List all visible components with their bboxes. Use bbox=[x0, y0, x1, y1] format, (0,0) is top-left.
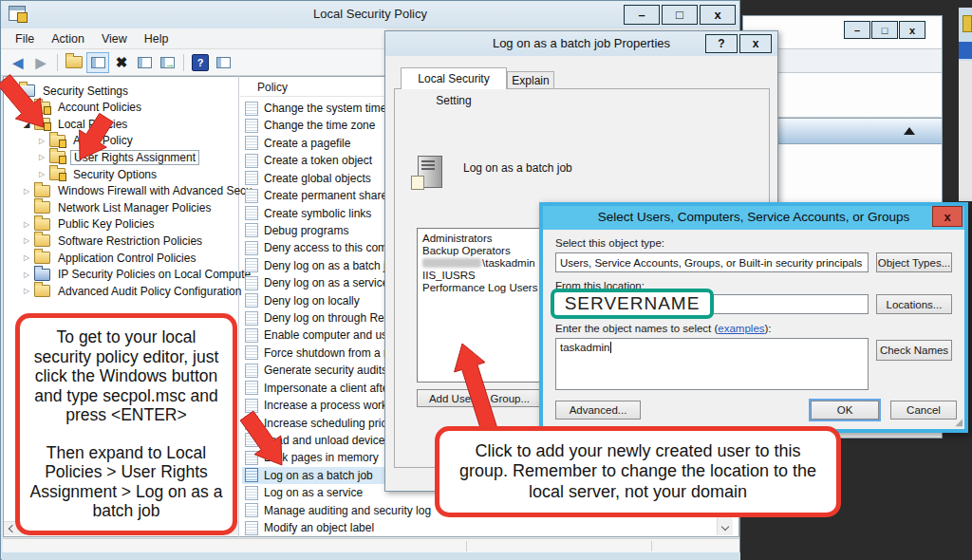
locations-button[interactable]: Locations... bbox=[876, 294, 952, 314]
folder-icon bbox=[34, 252, 50, 264]
properties-icon[interactable] bbox=[134, 53, 155, 72]
tree-item-application-control-policies[interactable]: ▷Application Control Policies bbox=[22, 250, 198, 266]
policy-document-icon bbox=[245, 364, 258, 378]
properties-title-bar[interactable]: Log on as a batch job Properties ? x bbox=[385, 31, 777, 56]
close-button[interactable]: x bbox=[700, 5, 736, 25]
expand-triangle-icon[interactable]: ▷ bbox=[22, 287, 31, 295]
menu-file[interactable]: File bbox=[7, 30, 43, 47]
ok-button[interactable]: OK bbox=[811, 401, 879, 420]
advanced-button[interactable]: Advanced... bbox=[555, 401, 641, 420]
back-icon[interactable]: ◀ bbox=[8, 53, 28, 72]
toolbar-separator bbox=[183, 54, 184, 71]
scroll-down-button[interactable] bbox=[718, 520, 733, 535]
menu-help[interactable]: Help bbox=[136, 30, 178, 47]
callout-paragraph: Click to add your newly created user to … bbox=[453, 441, 823, 503]
tree-item-network-list-manager-policies[interactable]: Network List Manager Policies bbox=[22, 199, 214, 215]
expand-triangle-icon[interactable]: ▷ bbox=[37, 170, 47, 178]
help-button[interactable]: ? bbox=[705, 34, 738, 53]
expand-triangle-icon[interactable]: ▷ bbox=[22, 236, 31, 245]
collapse-triangle-icon[interactable]: ◢ bbox=[22, 120, 31, 129]
export-list-icon[interactable]: → bbox=[157, 53, 178, 72]
pane-divider[interactable] bbox=[238, 76, 239, 537]
examples-link[interactable]: examples bbox=[718, 323, 764, 334]
check-names-button[interactable]: Check Names bbox=[876, 340, 952, 361]
policy-label: Debug programs bbox=[264, 224, 348, 237]
folder-icon bbox=[34, 285, 50, 297]
tree-item-ip-security-policies-on-local-compute[interactable]: ▷IP Security Policies on Local Compute bbox=[22, 267, 253, 283]
expand-triangle-icon[interactable]: ▷ bbox=[37, 137, 47, 145]
tree-item-audit-policy[interactable]: ▷Audit Policy bbox=[37, 133, 136, 149]
resize-grip[interactable]: ◢ bbox=[955, 417, 963, 427]
policy-label: Force shutdown from a re bbox=[264, 346, 394, 360]
console-window-icon[interactable] bbox=[86, 52, 109, 73]
tree-item-security-options[interactable]: ▷Security Options bbox=[37, 166, 159, 182]
edge-window-body bbox=[959, 61, 972, 201]
bg-close-button[interactable]: x bbox=[899, 21, 925, 39]
policy-icon bbox=[418, 156, 442, 188]
member-row[interactable]: Administrators bbox=[422, 232, 493, 244]
expand-triangle-icon[interactable]: ▷ bbox=[22, 253, 31, 262]
tab-local-security-setting[interactable]: Local Security Setting bbox=[401, 67, 507, 89]
expand-triangle-icon[interactable]: ▷ bbox=[37, 153, 47, 161]
object-types-button[interactable]: Object Types... bbox=[876, 252, 952, 272]
policy-document-icon bbox=[245, 136, 258, 150]
delete-icon[interactable]: ✖ bbox=[111, 53, 132, 72]
bg-maximize-button[interactable]: □ bbox=[871, 21, 898, 39]
text-caret bbox=[610, 342, 611, 353]
maximize-button[interactable]: □ bbox=[662, 5, 698, 25]
help-icon[interactable]: ? bbox=[190, 53, 211, 72]
minimize-button[interactable]: – bbox=[624, 5, 660, 25]
expand-triangle-icon[interactable]: ▷ bbox=[22, 220, 31, 229]
policy-document-icon bbox=[245, 154, 258, 168]
forward-icon[interactable]: ▶ bbox=[30, 53, 51, 72]
policy-document-icon bbox=[245, 223, 258, 237]
policy-label: Log on as a service bbox=[264, 486, 363, 499]
policy-label: Create a token object bbox=[264, 154, 372, 167]
member-row[interactable]: IIS_IUSRS bbox=[422, 269, 476, 281]
console-tree-icon[interactable] bbox=[213, 53, 234, 72]
policy-label: Deny access to this comp bbox=[264, 241, 394, 254]
policy-name-label: Log on as a batch job bbox=[463, 161, 572, 175]
tree-item-local-policies[interactable]: ◢Local Policies bbox=[22, 116, 130, 132]
select-dialog-close-button[interactable]: x bbox=[932, 206, 963, 227]
menu-view[interactable]: View bbox=[93, 30, 136, 47]
object-type-label: Select this object type: bbox=[555, 237, 664, 249]
select-dialog-title-bar[interactable]: Select Users, Computers, Service Account… bbox=[543, 206, 964, 230]
bg-minimize-button[interactable]: – bbox=[844, 21, 870, 39]
expand-triangle-icon[interactable]: ▷ bbox=[22, 271, 31, 279]
menu-action[interactable]: Action bbox=[43, 30, 93, 47]
tree-item-advanced-audit-policy-configuration[interactable]: ▷Advanced Audit Policy Configuration bbox=[22, 283, 244, 299]
tree-item-user-rights-assignment[interactable]: ▷User Rights Assignment bbox=[37, 149, 199, 165]
policy-document-icon bbox=[245, 345, 258, 360]
object-type-field[interactable]: Users, Service Accounts, Groups, or Buil… bbox=[555, 252, 869, 272]
tree-item-account-policies[interactable]: Account Policies bbox=[22, 100, 144, 116]
member-row[interactable]: Performance Log Users bbox=[422, 281, 537, 293]
policy-label: Change the time zone bbox=[264, 119, 375, 132]
member-row[interactable]: Backup Operators bbox=[422, 244, 511, 256]
tree-item-windows-firewall-with-advanced-secu[interactable]: ▷Windows Firewall with Advanced Secu bbox=[22, 183, 255, 199]
chevron-down-icon bbox=[721, 522, 729, 530]
properties-close-button[interactable]: x bbox=[739, 34, 772, 53]
tree-item-label: Security Settings bbox=[40, 84, 131, 98]
folder-up-icon[interactable] bbox=[64, 53, 84, 72]
tree-item-software-restriction-policies[interactable]: ▷Software Restriction Policies bbox=[22, 233, 205, 249]
policy-label: Deny log on as a batch jo bbox=[264, 259, 392, 272]
redacted-domain bbox=[422, 258, 481, 268]
status-bar bbox=[3, 538, 739, 552]
add-user-or-group-button[interactable]: Add User or Group... bbox=[417, 389, 542, 407]
edge-window-icon bbox=[963, 15, 972, 32]
cancel-button[interactable]: Cancel bbox=[890, 401, 957, 420]
member-row[interactable]: \taskadmin bbox=[422, 256, 535, 269]
tree-item-public-key-policies[interactable]: ▷Public Key Policies bbox=[22, 216, 157, 233]
toolbar-separator bbox=[57, 54, 58, 71]
collapse-up-icon bbox=[904, 127, 915, 135]
policy-document-icon bbox=[245, 416, 258, 430]
title-bar[interactable]: Local Security Policy – □ x bbox=[1, 1, 739, 28]
tab-explain[interactable]: Explain bbox=[507, 71, 554, 89]
object-names-input[interactable]: taskadmin bbox=[555, 338, 869, 390]
policy-label: Deny log on through Rem bbox=[264, 311, 394, 325]
expand-triangle-icon[interactable]: ▷ bbox=[22, 187, 31, 196]
tree-item-security-settings[interactable]: Security Settings bbox=[7, 83, 131, 99]
window-glyph bbox=[91, 57, 105, 68]
policy-row[interactable]: Modify an object label bbox=[242, 519, 715, 536]
